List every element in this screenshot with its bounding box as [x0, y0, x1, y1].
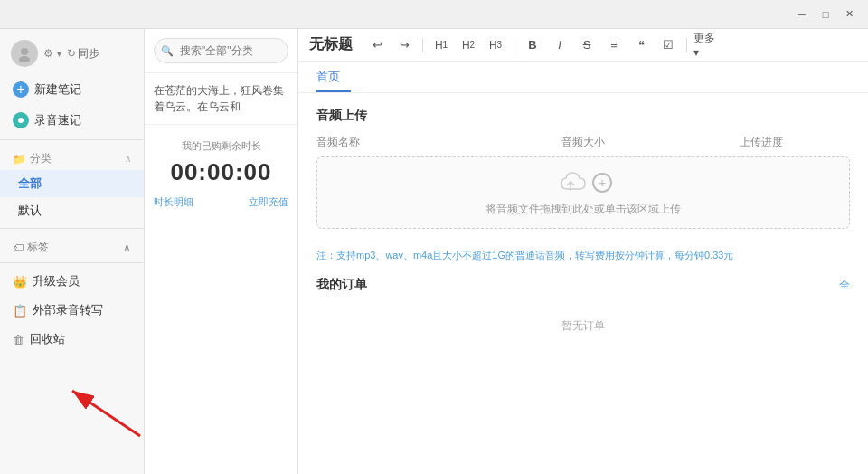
col-size: 音频大小 — [495, 135, 673, 156]
h2-button[interactable]: H2 — [457, 33, 480, 57]
dropdown-icon[interactable]: ▾ — [57, 49, 61, 59]
svg-point-2 — [18, 118, 24, 123]
chevron-up-icon-2: ∧ — [123, 242, 131, 254]
tab-home[interactable]: 首页 — [316, 62, 351, 92]
strikethrough-button[interactable]: S — [575, 33, 599, 57]
close-button[interactable]: ✕ — [837, 5, 861, 24]
upgrade-label: 升级会员 — [33, 273, 80, 289]
svg-point-1 — [19, 56, 30, 62]
maximize-button[interactable]: □ — [814, 5, 837, 24]
upload-table: 音频名称 音频大小 上传进度 — [316, 135, 850, 238]
category-label: 分类 — [30, 151, 125, 166]
orders-section-title: 我的订单 — [316, 277, 367, 293]
orders-section-header: 我的订单 全 — [316, 277, 850, 293]
divider-2 — [0, 228, 144, 229]
all-label: 全部 — [18, 175, 42, 192]
divider-1 — [0, 139, 144, 140]
nav-item-all[interactable]: 全部 — [0, 170, 144, 197]
h1-button[interactable]: H1 — [429, 33, 453, 57]
minimize-button[interactable]: ─ — [790, 5, 814, 24]
cloud-upload-icon — [554, 169, 587, 196]
undo-button[interactable]: ↩ — [365, 33, 389, 57]
chevron-up-icon: ∧ — [125, 154, 131, 164]
upgrade-button[interactable]: 👑 升级会员 — [0, 267, 144, 296]
search-wrap — [154, 38, 288, 63]
search-bar — [145, 29, 297, 73]
trash-icon: 🗑 — [13, 333, 24, 346]
record-label: 录音速记 — [34, 112, 81, 128]
external-record-icon: 📋 — [13, 304, 27, 318]
redo-button[interactable]: ↪ — [392, 33, 416, 57]
trash-label: 回收站 — [30, 331, 65, 347]
svg-point-0 — [21, 48, 28, 55]
checkbox-button[interactable]: ☑ — [656, 33, 680, 57]
search-input[interactable] — [154, 38, 288, 63]
sync-icon: ↻ — [67, 47, 76, 60]
duration-panel: 我的已购剩余时长 00:00:00 时长明细 立即充值 — [145, 125, 297, 216]
content-area: 无标题 ↩ ↪ H1 H2 H3 B I S ≡ ❝ ☑ 更多▾ 首页 音频上 — [298, 29, 868, 474]
external-record-label: 外部录音转写 — [33, 302, 103, 318]
upload-icon-area: + — [554, 169, 612, 196]
strikethrough-label: S — [583, 38, 591, 52]
editor-toolbar: 无标题 ↩ ↪ H1 H2 H3 B I S ≡ ❝ ☑ 更多▾ — [298, 29, 868, 62]
toolbar-separator-3 — [686, 38, 687, 52]
col-name: 音频名称 — [316, 135, 495, 156]
new-note-label: 新建笔记 — [34, 81, 81, 98]
bold-button[interactable]: B — [521, 33, 544, 57]
folder-icon: 📁 — [13, 153, 26, 166]
upload-dropzone[interactable]: + 将音频文件拖拽到此处或单击该区域上传 — [316, 156, 850, 229]
record-button[interactable]: 录音速记 — [0, 105, 144, 136]
toolbar-separator-1 — [422, 38, 423, 52]
duration-links: 时长明细 立即充值 — [154, 195, 288, 209]
trash-button[interactable]: 🗑 回收站 — [0, 325, 144, 354]
italic-button[interactable]: I — [548, 33, 571, 57]
content-tabs: 首页 — [298, 62, 868, 93]
tag-icon: 🏷 — [13, 242, 24, 254]
list-button[interactable]: ≡ — [602, 33, 626, 57]
col-progress: 上传进度 — [672, 135, 850, 156]
user-area: ⚙ ▾ ↻ 同步 — [0, 29, 144, 74]
note-preview-text: 在苍茫的大海上，狂风卷集着乌云。在乌云和 — [154, 82, 288, 115]
empty-orders-text: 暂无订单 — [316, 300, 850, 352]
default-label: 默认 — [18, 203, 42, 219]
settings-icon[interactable]: ⚙ — [43, 47, 53, 60]
titlebar: ─ □ ✕ — [0, 0, 868, 29]
record-icon — [13, 112, 29, 128]
note-title: 无标题 — [309, 35, 353, 54]
crown-icon: 👑 — [13, 275, 27, 289]
nav-item-default[interactable]: 默认 — [0, 197, 144, 224]
category-section-label[interactable]: 📁 分类 ∧ — [0, 144, 144, 170]
middle-panel: 在苍茫的大海上，狂风卷集着乌云。在乌云和 我的已购剩余时长 00:00:00 时… — [145, 29, 298, 474]
dropzone-hint: 将音频文件拖拽到此处或单击该区域上传 — [486, 202, 681, 217]
new-note-button[interactable]: + 新建笔记 — [0, 74, 144, 105]
toolbar-separator-2 — [514, 38, 514, 52]
add-file-button[interactable]: + — [592, 173, 612, 193]
duration-time: 00:00:00 — [154, 158, 288, 186]
upload-note: 注：支持mp3、wav、m4a且大小不超过1G的普通话音频，转写费用按分钟计算，… — [316, 249, 850, 262]
tags-label: 标签 — [27, 240, 123, 255]
main-layout: ⚙ ▾ ↻ 同步 + 新建笔记 录音速记 📁 分类 — [0, 29, 868, 474]
duration-detail-link[interactable]: 时长明细 — [154, 195, 193, 209]
sidebar: ⚙ ▾ ↻ 同步 + 新建笔记 录音速记 📁 分类 — [0, 29, 145, 474]
note-preview[interactable]: 在苍茫的大海上，狂风卷集着乌云。在乌云和 — [145, 73, 297, 125]
new-note-icon: + — [13, 81, 29, 98]
quote-button[interactable]: ❝ — [629, 33, 653, 57]
orders-more-link[interactable]: 全 — [839, 278, 850, 293]
avatar — [11, 40, 38, 67]
recharge-link[interactable]: 立即充值 — [249, 195, 288, 209]
upload-section-title: 音频上传 — [316, 108, 850, 124]
content-body: 音频上传 音频名称 音频大小 上传进度 — [298, 93, 868, 474]
more-button[interactable]: 更多▾ — [693, 33, 717, 57]
sync-button[interactable]: ↻ 同步 — [67, 46, 99, 62]
tags-section-label[interactable]: 🏷 标签 ∧ — [0, 232, 144, 259]
external-record-button[interactable]: 📋 外部录音转写 — [0, 296, 144, 325]
duration-label: 我的已购剩余时长 — [154, 139, 288, 153]
sync-label: 同步 — [78, 46, 99, 62]
user-controls: ⚙ ▾ — [43, 47, 61, 60]
divider-3 — [0, 262, 144, 263]
h3-button[interactable]: H3 — [484, 33, 507, 57]
